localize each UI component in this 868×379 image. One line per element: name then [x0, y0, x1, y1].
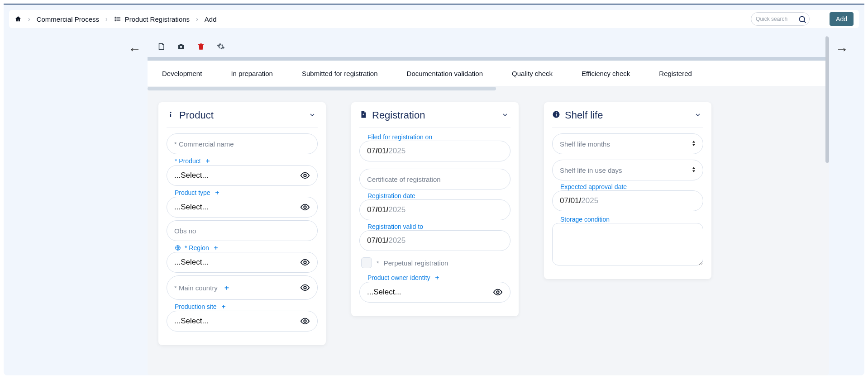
- expected-mm: 01: [571, 196, 579, 205]
- horizontal-scrollbar[interactable]: [148, 86, 829, 91]
- stage-submitted[interactable]: Submitted for registration: [287, 70, 392, 77]
- home-icon[interactable]: [14, 15, 22, 23]
- certificate-input[interactable]: [367, 175, 503, 183]
- add-product-icon[interactable]: ＋: [205, 157, 211, 165]
- breadcrumb-level-1[interactable]: Commercial Process: [37, 15, 99, 23]
- main-country-label: * Main country: [174, 284, 218, 292]
- obs-no-input[interactable]: [174, 227, 310, 235]
- valid-to-yyyy: 2025: [388, 236, 405, 245]
- svg-point-10: [180, 46, 182, 48]
- vertical-scrollbar-thumb[interactable]: [825, 36, 829, 163]
- spinner-icon[interactable]: [691, 166, 696, 174]
- info-circle-icon: [552, 110, 560, 120]
- content-card: Development In preparation Submitted for…: [148, 36, 829, 375]
- breadcrumb-level-2-label: Product Registrations: [125, 15, 190, 23]
- progress-thin: [148, 57, 829, 61]
- valid-to-date[interactable]: 07/01/2025: [359, 230, 510, 251]
- product-type-select[interactable]: ...Select...: [167, 197, 318, 218]
- stage-documentation-validation[interactable]: Documentation validation: [392, 70, 497, 77]
- add-production-site-icon[interactable]: ＋: [220, 303, 227, 311]
- svg-point-13: [304, 174, 306, 177]
- add-button[interactable]: Add: [830, 12, 854, 26]
- svg-rect-20: [363, 114, 363, 115]
- chevron-down-icon[interactable]: [309, 111, 316, 120]
- region-select[interactable]: ...Select...: [167, 252, 318, 273]
- globe-icon: [175, 245, 181, 251]
- add-product-type-icon[interactable]: ＋: [214, 189, 220, 197]
- delete-icon[interactable]: [193, 38, 209, 55]
- stage-quality-check[interactable]: Quality check: [497, 70, 567, 77]
- owner-identity-label: Product owner identity: [367, 274, 430, 281]
- registration-date[interactable]: 07/01/2025: [359, 199, 510, 220]
- topbar: › Commercial Process › Product Registrat…: [9, 10, 859, 28]
- expected-approval-label: Expected approval date: [552, 183, 703, 190]
- reg-date-dd: 07: [367, 205, 376, 214]
- note-icon[interactable]: [153, 38, 169, 55]
- svg-marker-28: [692, 171, 695, 173]
- shelf-life-months-input[interactable]: [560, 140, 696, 148]
- chevron-down-icon[interactable]: [501, 111, 509, 120]
- stage-development[interactable]: Development: [148, 70, 216, 77]
- search-icon[interactable]: [793, 10, 812, 29]
- add-region-icon[interactable]: ＋: [213, 244, 219, 252]
- shelf-life-days-input[interactable]: [560, 166, 696, 174]
- svg-marker-26: [692, 144, 695, 147]
- chevron-down-icon[interactable]: [694, 111, 701, 120]
- product-select[interactable]: ...Select...: [167, 165, 318, 186]
- stage-efficiency-check[interactable]: Efficiency check: [567, 70, 644, 77]
- stage-in-preparation[interactable]: In preparation: [216, 70, 287, 77]
- storage-condition-textarea[interactable]: [552, 223, 703, 265]
- app-viewport: › Commercial Process › Product Registrat…: [4, 4, 864, 375]
- search-input[interactable]: [756, 16, 796, 22]
- breadcrumb-level-3: Add: [205, 15, 217, 23]
- svg-point-17: [304, 286, 306, 289]
- valid-to-dd: 07: [367, 236, 376, 245]
- camera-icon[interactable]: [173, 38, 189, 55]
- shelf-life-panel-title: Shelf life: [565, 109, 603, 121]
- arrow-right-icon: [837, 47, 846, 52]
- quick-search[interactable]: [751, 12, 810, 26]
- perpetual-checkbox[interactable]: [361, 257, 372, 268]
- breadcrumb: › Commercial Process › Product Registrat…: [14, 15, 217, 23]
- production-site-select[interactable]: ...Select...: [167, 311, 318, 332]
- filed-for-date[interactable]: 07/01/2025: [359, 141, 510, 161]
- filed-for-label: Filed for registration on: [359, 133, 510, 141]
- reg-date-mm: 01: [378, 205, 386, 214]
- scrollbar-thumb[interactable]: [148, 87, 496, 90]
- eye-icon[interactable]: [493, 287, 503, 297]
- collapse-right-button[interactable]: [836, 44, 847, 55]
- shelf-life-panel: Shelf life: [544, 102, 711, 279]
- commercial-name-input[interactable]: [174, 140, 310, 148]
- expected-dd: 07: [560, 196, 568, 205]
- gear-icon[interactable]: [213, 38, 229, 55]
- vertical-scrollbar[interactable]: [825, 36, 829, 375]
- svg-marker-25: [692, 141, 695, 143]
- expected-approval-date[interactable]: 07/01/2025: [552, 190, 703, 211]
- eye-icon[interactable]: [300, 202, 310, 212]
- breadcrumb-separator-icon: ›: [105, 15, 108, 23]
- product-type-label: Product type: [175, 189, 210, 196]
- add-main-country-icon[interactable]: ＋: [223, 283, 230, 293]
- svg-point-21: [496, 291, 499, 294]
- breadcrumb-level-2[interactable]: Product Registrations: [114, 15, 190, 23]
- eye-icon[interactable]: [300, 283, 310, 293]
- filed-for-dd: 07: [367, 147, 376, 156]
- list-icon: [114, 15, 121, 23]
- eye-icon[interactable]: [300, 257, 310, 267]
- valid-to-mm: 01: [378, 236, 386, 245]
- eye-icon[interactable]: [300, 316, 310, 326]
- spinner-icon[interactable]: [691, 140, 696, 147]
- owner-identity-value: ...Select...: [367, 288, 401, 297]
- stage-registered[interactable]: Registered: [644, 70, 706, 77]
- collapse-left-button[interactable]: [129, 44, 140, 55]
- valid-to-label: Registration valid to: [359, 223, 510, 230]
- product-label: * Product: [175, 157, 201, 165]
- panels-row: Product * Product: [148, 91, 829, 356]
- region-select-value: ...Select...: [174, 258, 209, 267]
- production-site-select-value: ...Select...: [174, 317, 209, 326]
- card-toolbar: [148, 36, 829, 57]
- eye-icon[interactable]: [300, 171, 310, 180]
- add-owner-icon[interactable]: ＋: [434, 274, 440, 282]
- owner-identity-select[interactable]: ...Select...: [359, 282, 510, 303]
- product-select-value: ...Select...: [174, 171, 209, 180]
